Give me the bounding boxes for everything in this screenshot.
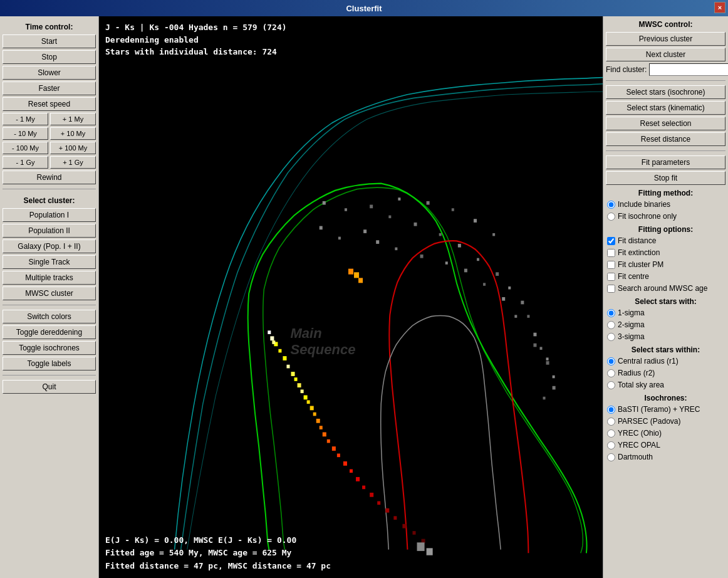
fit-cluster-pm-label: Fit cluster PM [618,260,663,269]
fit-extinction-label: Fit extinction [618,248,660,257]
basti-radio[interactable] [607,406,615,414]
radio-2sigma: 2-sigma [606,320,725,330]
plus-10my-button[interactable]: + 10 My [50,127,96,140]
previous-cluster-button[interactable]: Previous cluster [606,32,725,46]
plot-stats-line1: E(J - Ks) = 0.00, MWSC E(J - Ks) = 0.00 [105,534,331,547]
1-sigma-radio[interactable] [607,309,615,317]
plot-title-line1: J - Ks | Ks -004 Hyades n = 579 (724) [105,21,287,34]
svg-rect-9 [304,396,308,400]
switch-colors-button[interactable]: Switch colors [3,310,96,323]
minus-100my-button[interactable]: - 100 My [3,142,48,154]
left-panel: Time control: Start Stop Slower Faster R… [0,16,99,578]
isochrones-label: Isochrones: [606,394,725,402]
svg-rect-64 [323,201,326,205]
3-sigma-radio[interactable] [607,333,615,341]
fit-extinction-checkbox[interactable] [607,249,615,257]
radio-basti: BaSTI (Teramo) + YREC [606,404,725,414]
fit-centre-checkbox[interactable] [607,273,615,281]
toggle-dereddening-button[interactable]: Toggle dereddening [3,325,96,339]
parsec-label: PARSEC (Padova) [618,417,680,426]
single-track-button[interactable]: Single Track [3,255,96,269]
svg-rect-5 [291,372,295,376]
next-cluster-button[interactable]: Next cluster [606,48,725,61]
svg-rect-7 [298,383,301,387]
2-sigma-radio[interactable] [607,321,615,329]
toggle-isochrones-button[interactable]: Toggle isochrones [3,341,96,355]
svg-rect-31 [270,336,274,340]
svg-rect-45 [508,286,511,290]
plus-1my-button[interactable]: + 1 My [50,113,96,125]
stop-button[interactable]: Stop [3,50,96,64]
population-ii-button[interactable]: Population II [3,224,96,238]
fit-cluster-pm-checkbox[interactable] [607,261,615,269]
radius-r2-radio[interactable] [607,369,615,377]
search-mwsc-age-label: Search around MWSC age [618,284,707,293]
central-radius-r1-radio[interactable] [607,357,615,365]
slower-button[interactable]: Slower [3,66,96,80]
parsec-radio[interactable] [607,418,615,426]
svg-rect-54 [376,240,379,244]
reset-distance-button[interactable]: Reset distance [606,132,725,146]
find-cluster-input[interactable] [649,63,728,76]
svg-rect-73 [427,548,433,555]
svg-rect-65 [345,208,347,211]
radio-yrec-opal: YREC OPAL [606,440,725,450]
faster-button[interactable]: Faster [3,81,96,95]
stop-fit-button[interactable]: Stop fit [606,171,725,185]
start-button[interactable]: Start [3,34,96,48]
population-i-button[interactable]: Population I [3,208,96,222]
fit-parameters-button[interactable]: Fit parameters [606,155,725,169]
rewind-button[interactable]: Rewind [3,171,96,184]
toggle-labels-button[interactable]: Toggle labels [3,357,96,370]
select-stars-isochrone-button[interactable]: Select stars (isochrone) [606,85,725,99]
search-mwsc-age-checkbox[interactable] [607,285,615,293]
fit-distance-checkbox[interactable] [607,237,615,245]
plot-area[interactable]: J - Ks | Ks -004 Hyades n = 579 (724) De… [99,16,603,578]
svg-rect-30 [268,330,271,334]
main-sequence-label: Main Sequence [291,325,356,358]
total-sky-area-radio[interactable] [607,381,615,389]
multiple-tracks-button[interactable]: Multiple tracks [3,271,96,285]
divider-2 [3,305,96,305]
svg-rect-71 [492,233,495,236]
check-fit-cluster-pm: Fit cluster PM [606,260,725,270]
yrec-opal-radio[interactable] [607,441,615,449]
reset-selection-button[interactable]: Reset selection [606,117,725,130]
main-content: Time control: Start Stop Slower Faster R… [0,16,728,578]
2-sigma-label: 2-sigma [618,320,645,329]
include-binaries-label: Include binaries [618,200,670,209]
yrec-opal-label: YREC OPAL [618,441,660,449]
fit-isochrone-only-radio[interactable] [607,213,615,221]
plus-100my-button[interactable]: + 100 My [50,142,96,154]
quit-button[interactable]: Quit [3,380,96,394]
minus-1gy-button[interactable]: - 1 Gy [3,156,48,169]
center-panel: J - Ks | Ks -004 Hyades n = 579 (724) De… [99,16,603,578]
yrec-ohio-radio[interactable] [607,429,615,438]
svg-rect-55 [395,248,397,251]
select-stars-within-label: Select stars within: [606,345,725,354]
svg-rect-35 [358,278,363,283]
plot-title-line3: Stars with individual distance: 724 [105,46,287,58]
include-binaries-radio[interactable] [607,201,615,209]
svg-rect-68 [427,201,430,205]
reset-speed-button[interactable]: Reset speed [3,97,96,111]
plus-1gy-button[interactable]: + 1 Gy [50,156,96,169]
plot-stats-line2: Fitted age = 540 My, MWSC age = 625 My [105,547,331,560]
svg-rect-20 [350,469,353,473]
svg-rect-12 [313,412,316,416]
minus-1my-button[interactable]: - 1 My [3,113,48,125]
svg-rect-26 [393,516,397,520]
minus-10my-button[interactable]: - 10 My [3,127,48,140]
1-sigma-label: 1-sigma [618,308,645,317]
dartmouth-radio[interactable] [607,453,615,461]
svg-rect-3 [283,356,286,360]
radio-total-sky: Total sky area [606,380,725,390]
mwsc-cluster-button[interactable]: MWSC cluster [3,286,96,300]
time-step-row-10my: - 10 My + 10 My [3,127,96,140]
close-button[interactable]: × [714,2,725,13]
select-stars-kinematic-button[interactable]: Select stars (kinematic) [606,101,725,115]
svg-rect-18 [337,454,340,458]
svg-rect-51 [553,376,555,379]
galaxy-pop-button[interactable]: Galaxy (Pop. I + II) [3,239,96,253]
3-sigma-label: 3-sigma [618,332,645,341]
